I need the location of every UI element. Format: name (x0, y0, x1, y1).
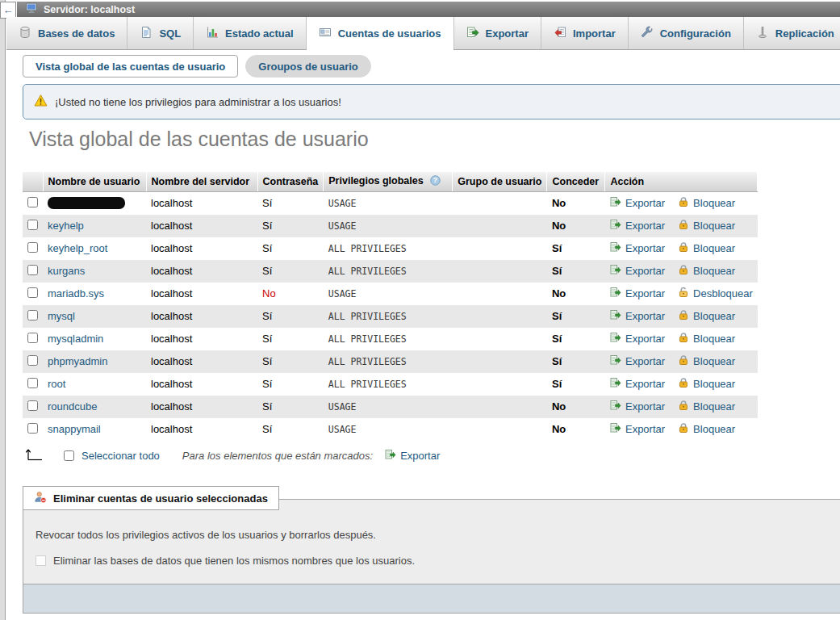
column-header[interactable]: Acción (605, 172, 758, 192)
lock-user-button[interactable]: Bloquear (678, 400, 735, 413)
host-cell: localhost (146, 215, 257, 237)
table-row: keyhelplocalhostSíUSAGENoExportarBloquea… (23, 215, 758, 237)
column-header[interactable]: Grupo de usuario (453, 172, 547, 192)
table-row: mysqladminlocalhostSíALL PRIVILEGESSíExp… (23, 328, 758, 350)
export-user-button-label: Exportar (625, 220, 665, 232)
username-link[interactable]: snappymail (48, 423, 101, 435)
column-header-label: Acción (610, 176, 644, 187)
column-header-label: Conceder (552, 176, 599, 187)
select-all-arrow-icon (24, 446, 44, 464)
export-user-button[interactable]: Exportar (610, 264, 665, 278)
username-link[interactable]: kurgans (48, 265, 85, 277)
tab-exportar[interactable]: Exportar (454, 17, 541, 49)
username-link[interactable]: mysql (48, 310, 75, 322)
column-header[interactable]: Conceder (547, 172, 605, 192)
export-mini-icon (610, 354, 621, 368)
row-checkbox[interactable] (27, 355, 38, 366)
lock-user-button[interactable]: Bloquear (678, 309, 735, 323)
tab-label: Cuentas de usuarios (338, 27, 441, 40)
lock-user-button-label: Bloquear (693, 265, 735, 277)
username-link[interactable]: keyhelp_root (48, 242, 107, 254)
row-checkbox[interactable] (27, 287, 38, 298)
tab-configuraci-n[interactable]: Configuración (629, 17, 744, 49)
export-user-button[interactable]: Exportar (610, 219, 665, 232)
host-cell: localhost (146, 283, 257, 305)
export-user-button-label: Exportar (625, 287, 665, 300)
collapse-panel-button[interactable]: ← (0, 2, 16, 19)
username-link[interactable]: phpmyadmin (48, 355, 107, 367)
select-all-checkbox[interactable] (64, 450, 74, 461)
lock-user-button[interactable]: Bloquear (678, 264, 735, 278)
privileges-cell: ALL PRIVILEGES (324, 237, 453, 260)
lock-user-button-label: Bloquear (693, 333, 735, 345)
table-row: snappymaillocalhostSíUSAGENoExportarBloq… (23, 418, 758, 441)
column-header[interactable]: Privilegios globales? (324, 172, 453, 192)
select-all-label[interactable]: Seleccionar todo (81, 450, 160, 462)
grant-cell: Sí (547, 305, 605, 328)
column-header[interactable]: Nombre de usuario (43, 172, 146, 192)
tab-cuentas-de-usuarios[interactable]: Cuentas de usuarios (307, 17, 454, 49)
row-checkbox[interactable] (27, 423, 38, 434)
table-row: localhostSíUSAGENoExportarBloquear (23, 192, 758, 215)
tab-bases-de-datos[interactable]: Bases de datos (6, 17, 127, 49)
table-row: roundcubelocalhostSíUSAGENoExportarBloqu… (23, 396, 758, 418)
export-user-button[interactable]: Exportar (610, 354, 665, 368)
row-checkbox[interactable] (27, 378, 38, 388)
column-header[interactable]: Contraseña (257, 172, 324, 192)
export-user-button-label: Exportar (625, 378, 665, 390)
export-user-button[interactable]: Exportar (610, 332, 665, 346)
tab-label: Importar (573, 27, 616, 40)
row-checkbox[interactable] (27, 242, 38, 253)
lock-user-button[interactable]: Bloquear (678, 354, 735, 368)
tab-label: Estado actual (225, 27, 294, 40)
lock-user-button[interactable]: Bloquear (678, 422, 735, 436)
lock-icon (678, 422, 689, 436)
drop-databases-checkbox[interactable] (36, 555, 46, 566)
subtab-user-groups[interactable]: Groupos de usuario (245, 55, 371, 78)
lock-user-button[interactable]: Bloquear (678, 377, 735, 391)
group-cell (453, 260, 547, 283)
host-cell: localhost (146, 373, 257, 396)
column-header[interactable]: Nombre del servidor (146, 172, 257, 192)
lock-icon (678, 264, 689, 278)
username-link[interactable]: keyhelp (48, 220, 84, 232)
export-user-button-label: Exportar (625, 400, 665, 413)
username-link[interactable]: roundcube (48, 400, 97, 413)
redacted-username (48, 197, 125, 209)
username-link[interactable]: mariadb.sys (48, 287, 104, 300)
lock-icon (678, 219, 689, 232)
delete-accounts-legend[interactable]: Eliminar cuentas de usuario seleccionada… (23, 486, 279, 510)
export-user-button[interactable]: Exportar (610, 241, 665, 255)
lock-user-button[interactable]: Bloquear (678, 219, 735, 232)
export-marked-button[interactable]: Exportar (385, 449, 440, 463)
row-checkbox[interactable] (27, 400, 38, 411)
row-checkbox[interactable] (27, 220, 38, 230)
tab-replicaci-n[interactable]: Replicación (744, 17, 840, 49)
export-user-button[interactable]: Exportar (610, 309, 665, 323)
privileges-cell: ALL PRIVILEGES (324, 260, 453, 283)
database-icon (19, 26, 31, 41)
tab-sql[interactable]: SQL (127, 17, 194, 49)
export-user-button[interactable]: Exportar (610, 196, 665, 210)
table-header-row: Nombre de usuarioNombre del servidorCont… (23, 172, 758, 192)
lock-icon (678, 332, 689, 346)
username-link[interactable]: root (48, 378, 65, 390)
row-checkbox[interactable] (27, 333, 38, 343)
row-checkbox[interactable] (27, 265, 38, 275)
tab-importar[interactable]: Importar (541, 17, 629, 49)
subtab-user-accounts-overview[interactable]: Vista global de las cuentas de usuario (23, 55, 238, 78)
export-user-button[interactable]: Exportar (610, 422, 665, 436)
lock-user-button[interactable]: Bloquear (678, 196, 735, 210)
lock-user-button[interactable]: Bloquear (678, 332, 735, 346)
password-cell: Sí (257, 192, 324, 215)
export-user-button[interactable]: Exportar (610, 287, 665, 300)
tab-estado-actual[interactable]: Estado actual (194, 17, 307, 49)
lock-user-button[interactable]: Bloquear (678, 241, 735, 255)
help-icon[interactable]: ? (430, 175, 441, 188)
row-checkbox[interactable] (27, 310, 38, 320)
export-user-button[interactable]: Exportar (610, 400, 665, 413)
export-user-button[interactable]: Exportar (610, 377, 665, 391)
username-link[interactable]: mysqladmin (48, 333, 103, 345)
lock-user-button[interactable]: Desbloquear (678, 287, 753, 300)
row-checkbox[interactable] (27, 197, 38, 207)
